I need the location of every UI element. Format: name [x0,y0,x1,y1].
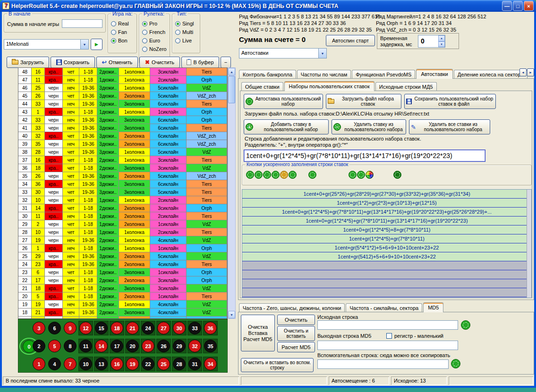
chip-button-7[interactable] [308,171,316,179]
mode-combobox[interactable]: Автоставки ▼ [239,48,327,58]
history-row[interactable]: 4032кра..чет19-363дюжи..2колонка6сиклайн… [18,132,227,140]
history-row[interactable]: 205кра..неч1-181дюжи..2колонка1сиклайнTi… [18,292,227,300]
history-row[interactable]: 3618кра..чет1-182дюжи..3колонка3сиклайнV… [18,164,227,172]
history-row[interactable]: 4433черннеч19-363дюжи..3колонка6сиклайнT… [18,100,227,108]
board-number-24[interactable]: 24 [142,322,154,334]
history-row[interactable]: 3526чернчет19-363дюжи..2колонка5сиклайнV… [18,172,227,180]
chevron-down-icon[interactable]: ▼ [80,40,88,49]
maximize-button[interactable]: □ [513,1,523,11]
save-button[interactable]: Сохранить [51,57,95,68]
bet-string-row[interactable]: 1cent+0+gr(25*26)+gr(28*29)+gr(27*30)+gr… [242,190,531,199]
board-number-7[interactable]: 7 [64,358,77,370]
board-number-36[interactable]: 36 [204,322,217,334]
history-row[interactable]: 3935черннеч19-363дюжи..2колонка6сиклайнV… [18,140,227,148]
lowercase-checkbox[interactable] [386,333,392,339]
history-row[interactable]: 431кра..неч1-181дюжи..1колонка1сиклайнOr… [18,108,227,116]
board-number-9[interactable]: 9 [64,322,77,334]
history-row[interactable]: 3114кра..чет1-182дюжи..2колонка3сиклайнO… [18,204,227,212]
board-number-8[interactable]: 8 [64,340,77,352]
board-number-35[interactable]: 35 [204,340,217,352]
scroll-down-button[interactable]: ▼ [228,311,235,318]
board-number-3[interactable]: 3 [33,322,45,334]
board-number-5[interactable]: 5 [48,340,61,352]
board-number-1[interactable]: 1 [33,358,45,370]
board-number-20[interactable]: 20 [126,340,139,352]
history-row[interactable]: 3828чернчет19-363дюжи..1колонка5сиклайнV… [18,148,227,156]
history-row[interactable]: 4625черннеч19-363дюжи..1колонка5сиклайнV… [18,84,227,92]
collapse-button[interactable]: − [221,57,231,68]
md5-clear-and-paste-button[interactable]: Очистить и вставить [277,326,315,341]
board-number-15[interactable]: 15 [95,322,108,334]
board-number-10[interactable]: 10 [79,358,92,370]
tab-scroll-right-button[interactable]: ► [527,68,534,76]
history-row[interactable]: 236чернчет1-181дюжи..3колонка1сиклайнOrp… [18,268,227,276]
chip-button-2[interactable] [255,171,263,179]
history-row[interactable]: 4816кра..чет1-182дюжи..1колонка3сиклайнT… [18,68,227,76]
chip-button-10[interactable] [366,171,374,179]
preset-combobox[interactable]: 1Melonati ▼ [4,39,89,50]
subtab-md5-source-strings[interactable]: Исходные строки МД5 [375,82,437,91]
history-row[interactable]: 4526чернчет19-363дюжи..2колонка5сиклайнV… [18,92,227,100]
delay-spinner[interactable]: 0 ▲ ▼ [418,35,445,48]
minimize-button[interactable]: — [502,1,512,11]
history-row[interactable]: 1821кра..неч19-362дюжи..3колонка4сиклайн… [18,309,227,317]
board-number-16[interactable]: 16 [111,358,123,370]
board-number-11[interactable]: 11 [79,340,92,352]
radio-multi[interactable]: Multi [175,29,194,35]
history-row[interactable]: 3436кра..чет19-363дюжи..3колонка6сиклайн… [18,180,227,188]
tab-md5[interactable]: MD5 [423,302,443,312]
board-number-13[interactable]: 13 [95,358,108,370]
list-scroll-strip[interactable] [527,190,531,298]
spinner-up-button[interactable]: ▲ [438,35,445,42]
board-number-14[interactable]: 14 [95,340,108,352]
tab-scroll-left-button[interactable]: ◄ [519,68,527,76]
md5-aux-input[interactable] [317,359,449,369]
radio-pro[interactable]: Pro [142,20,167,27]
md5-output-input[interactable] [317,341,458,350]
board-number-25[interactable]: 25 [157,358,170,370]
chip-button-8[interactable] [349,171,357,179]
history-scrollbar[interactable]: ▲ ▼ [228,67,236,319]
board-number-29[interactable]: 29 [173,340,186,352]
bet-string-row[interactable]: 1cent+gr(1*2*4*5)+gr(7*8*10*11) [242,234,531,243]
history-row[interactable]: 2423кра..неч19-362дюжи..2колонка4сиклайн… [18,260,227,268]
play-button[interactable]: ► [91,39,102,50]
subtab-user-bet-sets[interactable]: Наборы пользовательских ставок [284,81,374,91]
board-number-28[interactable]: 28 [173,358,186,370]
tab-freq-zero-chances[interactable]: Частота - Zero, шансы, дюжины, колонки [239,303,345,312]
delete-bet-button[interactable]: − Удалить ставку из пользовательского на… [332,119,406,134]
start-sum-input[interactable] [62,19,102,28]
board-number-6[interactable]: 6 [48,322,61,334]
history-row[interactable]: 292чернчет1-181дюжи..2колонка1сиклайнVdZ [18,220,227,228]
board-number-12[interactable]: 12 [79,322,92,334]
history-row[interactable]: 261кра..неч1-181дюжи..1колонка1сиклайнOr… [18,244,227,252]
radio-singl[interactable]: Singl [175,20,194,27]
radio-euro[interactable]: Euro [142,37,167,44]
load-button[interactable]: Загрузить [7,57,49,68]
history-row[interactable]: 2810чернчет1-181дюжи..1колонка2сиклайнTi… [18,228,227,236]
title-bar[interactable]: 7 HelperRoullet 5.4- create helperroulle… [0,0,536,12]
history-row[interactable]: 2719черннеч19-362дюжи..1колонка4сиклайнV… [18,236,227,244]
board-number-4[interactable]: 4 [48,358,61,370]
tab-bankroll-control[interactable]: Контроль банкролла [239,70,296,78]
radio-bon[interactable]: Bon [111,37,129,44]
scroll-thumb[interactable] [228,76,235,103]
save-bet-file-button[interactable]: Сохранить пользовательский набор ставок … [404,94,496,109]
history-row[interactable]: 2118кра..чет1-182дюжи..3колонка3сиклайнV… [18,284,227,292]
history-row[interactable]: 4233черннеч19-363дюжи..3колонка6сиклайнO… [18,116,227,124]
board-number-27[interactable]: 27 [157,322,170,334]
board-number-2[interactable]: 2 [33,340,45,352]
board-number-19[interactable]: 19 [126,358,139,370]
copy-to-buffer-button[interactable]: В буфер [181,57,219,68]
radio-live[interactable]: Live [175,37,194,44]
board-number-32[interactable]: 32 [188,340,201,352]
board-number-30[interactable]: 30 [173,322,186,334]
md5-source-chip-button[interactable] [461,320,470,330]
bet-string-input[interactable] [244,150,485,162]
history-row[interactable]: 2217черннеч1-182дюжи..2колонка3сиклайнOr… [18,276,227,284]
history-row[interactable]: 3330чернчет19-363дюжи..3колонка5сиклайнT… [18,188,227,196]
delete-all-bets-button[interactable]: ✎ Удалить все ставки из пользовательског… [409,119,490,134]
md5-calc-button[interactable]: Расчет MD5 [277,342,315,352]
board-number-18[interactable]: 18 [111,322,123,334]
chip-button-3[interactable] [263,171,271,179]
